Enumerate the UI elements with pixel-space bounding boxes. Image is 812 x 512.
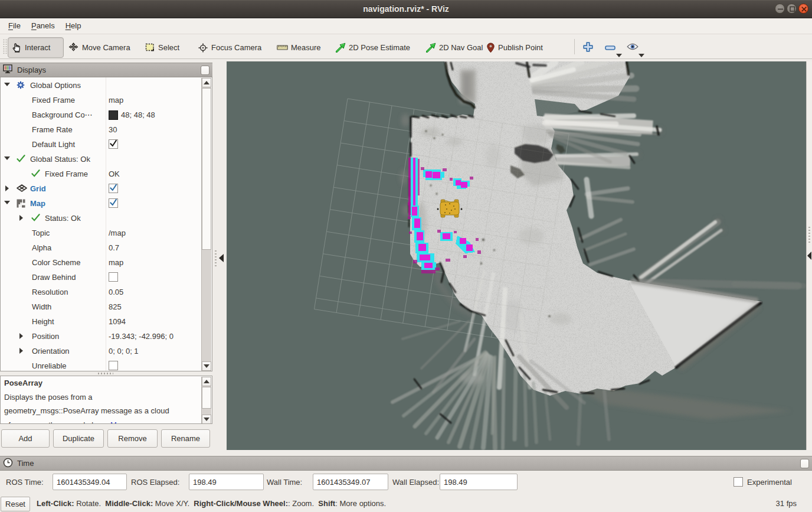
checkbox[interactable]	[109, 139, 118, 149]
color-swatch[interactable]	[109, 110, 118, 120]
checkbox[interactable]	[109, 198, 118, 208]
tree-row-global-status-ok[interactable]: Global Status: Ok	[1, 152, 202, 167]
tree-scrollbar[interactable]	[201, 78, 211, 371]
tree-scroll-handle[interactable]	[202, 88, 211, 250]
more-link[interactable]: More...	[110, 420, 134, 425]
tree-row-global-options[interactable]: Global Options	[1, 78, 202, 93]
tool-focus-camera[interactable]: Focus Camera	[194, 37, 265, 58]
reset-button[interactable]: Reset	[1, 497, 30, 511]
duplicate-button[interactable]: Duplicate	[53, 429, 104, 448]
property-value[interactable]: 0; 0; 0; 1	[109, 346, 139, 356]
experimental-checkbox[interactable]	[734, 477, 743, 487]
property-value	[109, 139, 118, 149]
ros-time-label: ROS Time:	[6, 478, 44, 487]
tree-row-frame-rate[interactable]: Frame Rate30	[1, 122, 202, 137]
ros-time-input[interactable]	[53, 474, 127, 490]
tree-row-default-light[interactable]: Default Light	[1, 137, 202, 152]
expander-down-icon[interactable]	[4, 156, 10, 160]
wall-time-input[interactable]	[313, 474, 388, 490]
expander-down-icon[interactable]	[4, 83, 10, 86]
collapse-left-arrow-icon[interactable]	[219, 254, 224, 262]
collapse-right-arrow-icon[interactable]	[807, 252, 811, 260]
expander-right-icon[interactable]	[5, 185, 9, 191]
property-value	[109, 272, 118, 282]
menu-panels[interactable]: Panels	[26, 18, 60, 34]
tree-scroll-down-icon[interactable]	[202, 361, 211, 371]
expander-right-icon[interactable]	[19, 333, 23, 339]
panel-splitter-handle[interactable]	[98, 373, 113, 374]
gear-icon	[17, 81, 25, 91]
property-value[interactable]: OK	[109, 169, 120, 179]
tool-2d-nav-goal[interactable]: 2D Nav Goal	[423, 37, 487, 58]
property-value[interactable]: 0.05	[109, 287, 123, 297]
tool-publish-point[interactable]: Publish Point	[483, 37, 565, 58]
tree-row-map[interactable]: Map	[1, 196, 202, 211]
tree-row-color-scheme[interactable]: Color Schememap	[1, 255, 202, 270]
expander-right-icon[interactable]	[19, 348, 23, 354]
property-value[interactable]: -19.343; -42.996; 0	[109, 331, 173, 341]
menu-help[interactable]: Help	[60, 18, 87, 34]
property-value[interactable]: map	[109, 257, 123, 268]
tool-move-camera[interactable]: Move Camera	[64, 37, 133, 58]
time-panel-header[interactable]: Time	[0, 456, 812, 471]
property-value[interactable]: /map	[109, 228, 126, 238]
close-button-icon[interactable]	[798, 4, 808, 14]
tree-row-fixed-frame[interactable]: Fixed FrameOK	[1, 167, 202, 181]
rename-button[interactable]: Rename	[161, 429, 210, 448]
checkbox[interactable]	[109, 361, 118, 370]
tree-row-grid[interactable]: Grid	[1, 181, 202, 196]
minimize-button-icon[interactable]	[775, 4, 785, 14]
tree-row-height[interactable]: Height1094	[1, 314, 202, 329]
tool-2d-pose-estimate[interactable]: 2D Pose Estimate	[332, 37, 415, 58]
time-float-button[interactable]	[800, 459, 809, 468]
tree-row-resolution[interactable]: Resolution0.05	[1, 285, 202, 299]
tool-minus-tool-button[interactable]	[601, 37, 620, 58]
property-value[interactable]: 0.7	[109, 243, 119, 253]
tree-row-orientation[interactable]: Orientation0; 0; 0; 1	[1, 344, 202, 358]
tree-row-background-co-[interactable]: Background Co⋯48; 48; 48	[1, 107, 202, 122]
property-value[interactable]: map	[109, 95, 123, 105]
checkbox[interactable]	[109, 272, 118, 282]
tool-plus-tool-button[interactable]	[578, 37, 597, 58]
tree-row-unreliable[interactable]: Unreliable	[1, 358, 202, 371]
tool-select[interactable]: Select	[142, 37, 185, 58]
tool-eye-tool-button[interactable]	[623, 37, 642, 58]
property-value[interactable]: 48; 48; 48	[109, 110, 155, 120]
tree-row-width[interactable]: Width825	[1, 299, 202, 314]
tree-row-position[interactable]: Position-19.343; -42.996; 0	[1, 329, 202, 344]
displays-float-button[interactable]	[201, 66, 209, 75]
menu-file[interactable]: File	[3, 18, 26, 34]
expander-down-icon[interactable]	[4, 201, 10, 204]
ros-elapsed-input[interactable]	[189, 474, 264, 490]
add-button[interactable]: Add	[1, 429, 50, 448]
tree-scroll-up-icon[interactable]	[202, 78, 211, 87]
tree-row-status-ok[interactable]: Status: Ok	[1, 211, 202, 226]
tree-row-alpha[interactable]: Alpha0.7	[1, 240, 202, 255]
remove-button[interactable]: Remove	[107, 429, 158, 448]
dropdown-arrow-icon[interactable]	[616, 54, 622, 57]
right-splitter[interactable]	[806, 61, 812, 450]
render-view-3d[interactable]	[227, 61, 806, 450]
checkbox[interactable]	[109, 184, 118, 193]
displays-panel-header[interactable]: Displays	[0, 63, 212, 77]
dropdown-arrow-icon[interactable]	[639, 54, 644, 57]
property-value[interactable]: 1094	[109, 317, 126, 327]
expander-right-icon[interactable]	[19, 215, 23, 221]
tool-measure[interactable]: Measure	[273, 37, 324, 58]
property-label: Frame Rate	[32, 125, 73, 135]
wall-elapsed-input[interactable]	[440, 474, 518, 490]
description-scrollbar[interactable]	[201, 377, 211, 424]
titlebar[interactable]: navigation.rviz* - RViz	[0, 0, 812, 18]
description-scroll-handle[interactable]	[202, 387, 211, 409]
tree-row-topic[interactable]: Topic/map	[1, 226, 202, 240]
maximize-button-icon[interactable]	[787, 4, 797, 14]
left-splitter[interactable]	[212, 61, 227, 450]
tree-row-fixed-frame[interactable]: Fixed Framemap	[1, 93, 202, 107]
description-scroll-up-icon[interactable]	[202, 377, 211, 386]
description-scroll-down-icon[interactable]	[202, 415, 211, 424]
tree-row-draw-behind[interactable]: Draw Behind	[1, 270, 202, 285]
property-value[interactable]: 825	[109, 302, 122, 312]
property-value[interactable]: 30	[109, 125, 117, 135]
tool-interact[interactable]: Interact	[8, 37, 64, 58]
property-label: Fixed Frame	[32, 95, 75, 105]
